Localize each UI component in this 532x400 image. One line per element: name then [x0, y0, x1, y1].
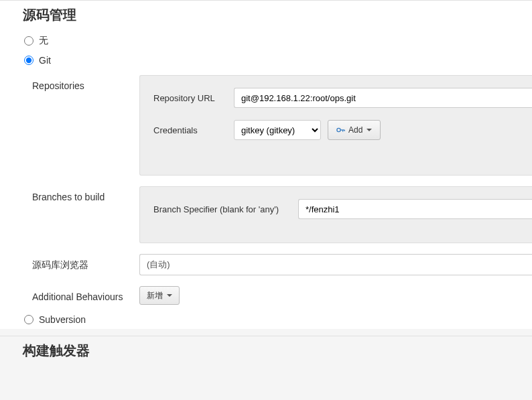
branches-label: Branches to build	[32, 186, 139, 202]
radio-label-subversion: Subversion	[39, 314, 86, 325]
section-title-scm: 源码管理	[0, 1, 532, 31]
repo-url-label: Repository URL	[153, 93, 234, 103]
scm-option-subversion[interactable]: Subversion	[0, 310, 532, 329]
scm-option-none[interactable]: 无	[0, 31, 532, 51]
radio-none[interactable]	[24, 36, 34, 46]
repo-url-input[interactable]	[234, 88, 532, 108]
credentials-select[interactable]: gitkey (gitkey)	[234, 120, 321, 140]
chevron-down-icon	[367, 129, 372, 131]
svg-point-0	[337, 128, 340, 131]
repo-browser-select[interactable]: (自动)	[139, 254, 532, 275]
scm-option-git[interactable]: Git	[0, 51, 532, 70]
radio-label-git: Git	[39, 55, 51, 66]
radio-label-none: 无	[39, 35, 48, 47]
repo-browser-label: 源码库浏览器	[32, 254, 139, 271]
branch-specifier-input[interactable]	[298, 199, 532, 219]
add-credentials-button[interactable]: Add	[328, 120, 381, 140]
branches-box: Branch Specifier (blank for 'any')	[139, 186, 532, 243]
radio-subversion[interactable]	[24, 315, 34, 324]
key-icon	[336, 127, 346, 133]
radio-git[interactable]	[24, 56, 34, 65]
chevron-down-icon	[167, 294, 172, 297]
credentials-label: Credentials	[153, 125, 234, 135]
add-behaviour-button[interactable]: 新增	[139, 286, 180, 305]
branch-specifier-label: Branch Specifier (blank for 'any')	[153, 204, 298, 214]
additional-behaviours-label: Additional Behaviours	[32, 286, 139, 302]
repositories-box: Repository URL Credentials gitkey (gitke…	[139, 75, 532, 176]
repositories-label: Repositories	[32, 75, 139, 91]
section-title-triggers: 构建触发器	[0, 336, 532, 366]
add-button-label: Add	[348, 125, 362, 135]
